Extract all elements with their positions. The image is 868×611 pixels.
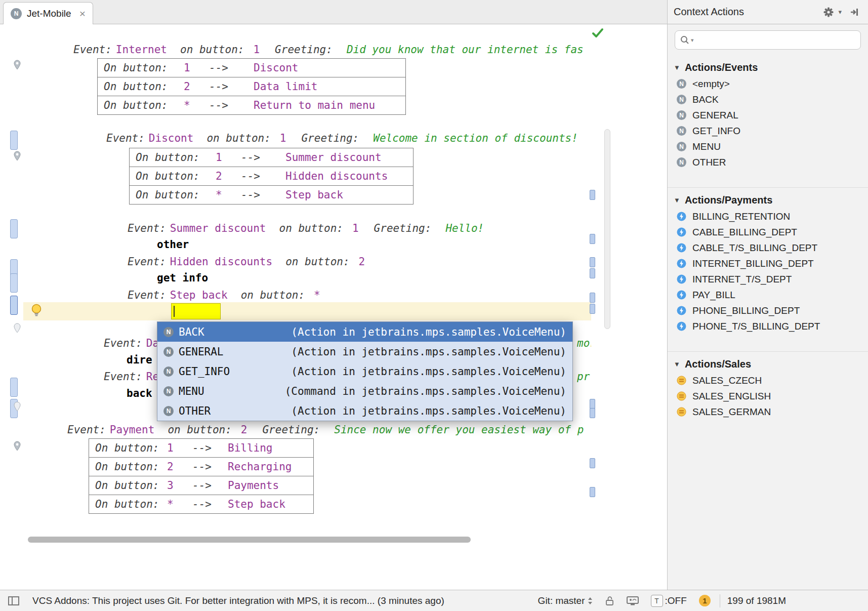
row-target[interactable]: Step back xyxy=(285,189,343,201)
greeting-text[interactable]: Welcome in section of discounts! xyxy=(373,132,578,144)
row-target[interactable]: Step back xyxy=(228,498,285,510)
completion-item-back[interactable]: NBACK(Action in jetbrains.mps.samples.Vo… xyxy=(157,322,572,342)
tab-jet-mobile[interactable]: N Jet-Mobile × xyxy=(3,2,93,24)
row-button[interactable]: 2 xyxy=(167,461,192,473)
gutter-pin-icon xyxy=(13,60,21,72)
row-target[interactable]: Payments xyxy=(228,479,279,492)
row-button[interactable]: 1 xyxy=(216,151,241,164)
row-button[interactable]: * xyxy=(167,498,192,510)
hide-panel-icon[interactable] xyxy=(847,5,862,20)
transition-row[interactable]: On button:3-->Payments xyxy=(89,476,314,495)
editor-tab-bar: N Jet-Mobile × xyxy=(0,0,667,24)
row-button[interactable]: 1 xyxy=(184,62,209,74)
context-action-item[interactable]: INTERNET_BILLING_DEPT xyxy=(668,256,868,271)
row-button[interactable]: 2 xyxy=(216,170,241,182)
greeting-text[interactable]: Since now we offer you easiest way of p xyxy=(334,424,584,436)
context-action-item[interactable]: PAY_BILL xyxy=(668,287,868,303)
context-action-item[interactable]: PHONE_BILLING_DEPT xyxy=(668,303,868,318)
context-action-item[interactable]: NGENERAL xyxy=(668,107,868,123)
tool-window-toggle-icon[interactable] xyxy=(6,593,21,608)
lock-icon[interactable] xyxy=(605,595,614,606)
context-action-item[interactable]: CABLE_T/S_BILLING_DEPT xyxy=(668,240,868,256)
row-button[interactable]: 2 xyxy=(184,80,209,93)
context-action-item[interactable]: BILLING_RETENTION xyxy=(668,209,868,224)
row-button[interactable]: 3 xyxy=(167,479,192,492)
event-button[interactable]: * xyxy=(314,289,320,301)
search-input[interactable] xyxy=(695,31,855,49)
event-name[interactable]: Step back xyxy=(170,289,228,301)
section-header-actions-sales[interactable]: ▼ Actions/Sales xyxy=(668,351,868,373)
greeting-tail-fragment: pr xyxy=(577,369,591,384)
event-button[interactable]: 2 xyxy=(359,256,365,268)
row-target[interactable]: Summer discount xyxy=(285,151,382,164)
event-name[interactable]: Summer discount xyxy=(170,222,266,234)
row-button[interactable]: * xyxy=(184,99,209,111)
row-button[interactable]: 1 xyxy=(167,442,192,454)
greeting-text[interactable]: Hello! xyxy=(445,222,484,234)
event-button[interactable]: 2 xyxy=(241,424,247,436)
completion-item-general[interactable]: NGENERAL(Action in jetbrains.mps.samples… xyxy=(157,342,572,361)
event-name[interactable]: Payment xyxy=(110,424,155,436)
row-target[interactable]: Hidden discounts xyxy=(285,170,388,182)
event-button[interactable]: 1 xyxy=(253,44,260,56)
context-action-item[interactable]: SALES_GERMAN xyxy=(668,404,868,420)
stripe-mark xyxy=(590,234,595,244)
mps-editor[interactable]: Event:Interneton button:1Greeting:Did yo… xyxy=(0,24,667,590)
status-message[interactable]: VCS Addons: This project uses Git. For b… xyxy=(32,595,444,606)
context-actions-search[interactable]: ▾ xyxy=(675,30,861,50)
row-target[interactable]: Billing xyxy=(228,442,273,454)
event-body-get-info[interactable]: get info xyxy=(157,270,591,286)
context-action-item[interactable]: SALES_CZECH xyxy=(668,373,868,388)
row-target[interactable]: Discont xyxy=(254,62,299,74)
section-header-actions-payments[interactable]: ▼ Actions/Payments xyxy=(668,187,868,209)
context-action-item[interactable]: SALES_ENGLISH xyxy=(668,388,868,404)
completion-item-menu[interactable]: NMENU(Command in jetbrains.mps.samples.V… xyxy=(157,381,572,401)
event-button[interactable]: 1 xyxy=(352,222,359,234)
highlighting-level-icon[interactable] xyxy=(627,596,639,606)
event-button[interactable]: 1 xyxy=(280,132,286,144)
editing-cell[interactable] xyxy=(171,303,221,319)
context-action-item[interactable]: NBACK xyxy=(668,92,868,107)
node-icon: N xyxy=(163,406,174,416)
completion-item-get-info[interactable]: NGET_INFO(Action in jetbrains.mps.sample… xyxy=(157,361,572,381)
event-name[interactable]: Hidden discounts xyxy=(170,256,272,268)
completion-item-other[interactable]: NOTHER(Action in jetbrains.mps.samples.V… xyxy=(157,401,572,421)
context-action-item[interactable]: NGET_INFO xyxy=(668,123,868,139)
transition-row[interactable]: On button:*-->Return to main menu xyxy=(97,96,406,115)
transition-row[interactable]: On button:1-->Discont xyxy=(97,58,406,77)
transition-row[interactable]: On button:1-->Summer discount xyxy=(129,148,414,167)
git-branch-widget[interactable]: Git: master xyxy=(538,595,593,606)
lightning-icon xyxy=(677,212,686,221)
transition-row[interactable]: On button:*-->Step back xyxy=(89,495,314,514)
horizontal-scrollbar[interactable] xyxy=(28,537,471,543)
row-target[interactable]: Data limit xyxy=(254,80,317,93)
event-label: Event: xyxy=(67,424,106,436)
transition-row[interactable]: On button:1-->Billing xyxy=(89,438,314,458)
context-action-item[interactable]: CABLE_BILLING_DEPT xyxy=(668,224,868,240)
transition-row[interactable]: On button:*-->Step back xyxy=(129,185,414,205)
gear-icon[interactable] xyxy=(821,5,836,20)
transition-row[interactable]: On button:2-->Hidden discounts xyxy=(129,167,414,186)
row-target[interactable]: Recharging xyxy=(228,461,292,473)
memory-indicator[interactable]: 199 of 1981M xyxy=(727,595,786,606)
intention-bulb-icon[interactable] xyxy=(30,303,43,319)
context-action-item[interactable]: PHONE_T/S_BILLING_DEPT xyxy=(668,318,868,334)
context-action-item[interactable]: N<empty> xyxy=(668,76,868,92)
event-body-other[interactable]: other xyxy=(157,237,591,252)
context-action-item[interactable]: NOTHER xyxy=(668,154,868,170)
section-header-actions-events[interactable]: ▼ Actions/Events xyxy=(668,59,868,76)
row-button[interactable]: * xyxy=(216,189,241,201)
notification-badge[interactable]: 1 xyxy=(699,595,711,606)
transition-row[interactable]: On button:2-->Recharging xyxy=(89,457,314,476)
context-action-item[interactable]: NMENU xyxy=(668,139,868,154)
row-target[interactable]: Return to main menu xyxy=(254,99,375,111)
greeting-text[interactable]: Did you know that our internet is fas xyxy=(347,44,584,56)
context-action-item[interactable]: INTERNET_T/S_DEPT xyxy=(668,271,868,287)
typing-assist-toggle[interactable]: T :OFF xyxy=(651,595,687,607)
event-name[interactable]: Discont xyxy=(149,132,194,144)
vertical-scrollbar[interactable] xyxy=(604,129,610,329)
greeting-label: Greeting: xyxy=(374,222,432,234)
event-name[interactable]: Internet xyxy=(116,44,167,56)
transition-row[interactable]: On button:2-->Data limit xyxy=(97,77,406,96)
tab-close-icon[interactable]: × xyxy=(79,8,86,19)
